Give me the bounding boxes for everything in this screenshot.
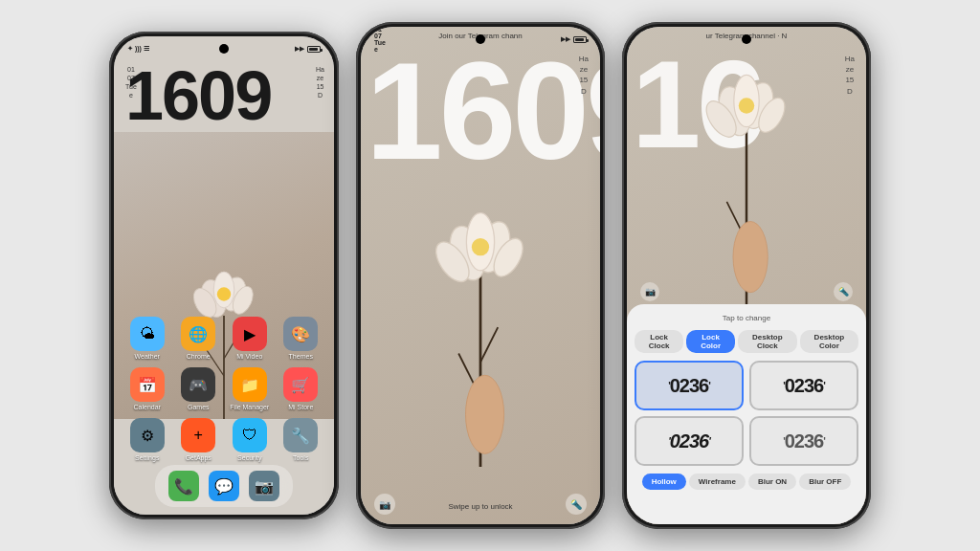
dock-messages[interactable]: 💬 — [209, 471, 239, 501]
style-wireframe[interactable]: Wireframe — [689, 474, 746, 490]
ph2-rdate3: 15 — [579, 75, 589, 85]
app-grid: 🌤 Weather 🌐 Chrome ▶ Mi Video 🎨 Themes — [114, 311, 334, 467]
style-blur-off[interactable]: Blur OFF — [799, 474, 851, 490]
clock-preview-3[interactable]: '0236' — [635, 416, 744, 466]
swipe-unlock: Swipe up to unlock — [361, 502, 600, 511]
clock-preview-grid: '0236' '0236' '0236' '0236' — [635, 361, 858, 466]
svg-point-8 — [217, 287, 231, 300]
app-settings[interactable]: ⚙ Settings — [123, 418, 171, 461]
app-calendar[interactable]: 📅 Calendar — [123, 367, 171, 410]
tab-desktop-clock[interactable]: Desktop Clock — [738, 330, 797, 353]
phone-1: ✦ ))) ☰ ▶▶ 1609 01 07 Tue e Ha ze 15 D — [109, 32, 339, 519]
style-hollow[interactable]: Hollow — [642, 474, 686, 490]
phones-container: ✦ ))) ☰ ▶▶ 1609 01 07 Tue e Ha ze 15 D — [0, 0, 980, 551]
app-themes[interactable]: 🎨 Themes — [278, 317, 325, 360]
date-line2: 07 — [125, 74, 137, 82]
date-line3: Tue — [125, 82, 137, 91]
ph2-rdate1: Ha — [579, 54, 589, 64]
editor-clock: 16 — [632, 48, 763, 163]
app-tools[interactable]: 🔧 Tools — [278, 418, 325, 461]
app-file-manager[interactable]: 📁 File Manager — [226, 367, 274, 410]
tab-lock-color[interactable]: Lock Color — [686, 330, 735, 353]
style-row: Hollow Wireframe Blur ON Blur OFF — [635, 474, 858, 490]
tab-row: Lock Clock Lock Color Desktop Clock Desk… — [635, 330, 858, 353]
home-clock: 1609 — [125, 63, 271, 128]
ph3-rdate2: ze — [845, 64, 855, 75]
app-games[interactable]: 🎮 Games — [175, 367, 223, 410]
settings-panel: Tap to change Lock Clock Lock Color Desk… — [627, 304, 866, 524]
ph2-rdate2: ze — [579, 64, 589, 75]
tab-desktop-color[interactable]: Desktop Color — [800, 330, 858, 353]
date-line1: 01 — [125, 65, 137, 74]
app-mi-store[interactable]: 🛒 Mi Store — [278, 367, 325, 410]
ph3-rdate4: D — [845, 86, 855, 97]
app-security[interactable]: 🛡 Security — [226, 418, 274, 461]
tap-to-change-label: Tap to change — [635, 314, 858, 322]
tab-lock-clock[interactable]: Lock Clock — [635, 330, 683, 353]
app-getapps[interactable]: + GetApps — [175, 418, 223, 461]
app-weather[interactable]: 🌤 Weather — [123, 317, 171, 360]
clock-preview-2[interactable]: '0236' — [749, 361, 858, 410]
clock-preview-4[interactable]: '0236' — [749, 416, 858, 466]
dock-phone[interactable]: 📞 — [168, 471, 199, 501]
right-date1: Ha — [316, 65, 324, 74]
camera-cutout-2 — [476, 34, 485, 44]
style-blur-on[interactable]: Blur ON — [748, 474, 796, 490]
right-date2: ze — [316, 74, 324, 82]
phone-3: ur Telegram channel · N 16 Ha ze 15 D — [622, 22, 871, 529]
ph2-rdate4: D — [579, 86, 589, 97]
camera-btn-3[interactable]: 📷 — [640, 282, 659, 301]
right-date3: 15 — [316, 82, 324, 91]
dock: 📞 💬 📷 — [155, 465, 293, 507]
ph3-rdate3: 15 — [845, 75, 855, 85]
app-mi-video[interactable]: ▶ Mi Video — [226, 317, 274, 360]
flashlight-btn-3[interactable]: 🔦 — [834, 282, 853, 301]
right-date4: D — [316, 91, 324, 99]
lock-clock: 1609 — [366, 48, 600, 175]
app-chrome[interactable]: 🌐 Chrome — [175, 317, 223, 360]
dock-camera[interactable]: 📷 — [249, 471, 279, 501]
phone-2: 0107Tuee ▶▶ Join our Telegram chann 1609… — [356, 22, 605, 529]
date-line4: e — [125, 91, 137, 99]
camera-cutout-1 — [219, 44, 229, 54]
camera-cutout-3 — [742, 34, 751, 44]
clock-preview-1[interactable]: '0236' — [635, 361, 744, 410]
ph3-rdate1: Ha — [845, 54, 855, 64]
